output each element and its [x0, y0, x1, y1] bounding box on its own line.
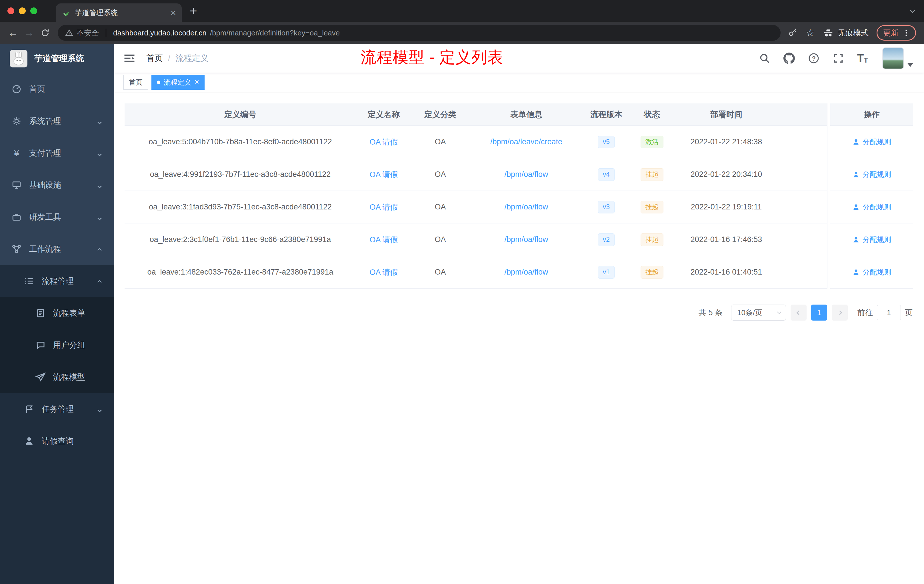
url-path: /bpm/manager/definition?key=oa_leave: [210, 28, 340, 38]
password-key-icon[interactable]: [788, 27, 798, 38]
prev-page-button[interactable]: [790, 305, 807, 320]
avatar[interactable]: [882, 48, 904, 69]
deploy-time: 2022-01-22 19:19:11: [675, 203, 778, 211]
assign-rule-link[interactable]: 分配规则: [852, 170, 891, 179]
tags-view-bar: 首页 流程定义 ×: [114, 73, 924, 92]
assign-rule-link[interactable]: 分配规则: [852, 235, 891, 244]
annotation-title: 流程模型 - 定义列表: [361, 47, 503, 68]
form-link[interactable]: /bpm/oa/flow: [504, 268, 548, 277]
font-size-icon[interactable]: TT: [857, 53, 868, 64]
sidebar-logo[interactable]: 芋道管理系统: [0, 44, 114, 73]
sidebar-item-label: 用户分组: [53, 340, 85, 351]
chevron-up-icon: [98, 244, 101, 254]
reload-icon[interactable]: [37, 25, 53, 41]
url-bar[interactable]: 不安全 dashboard.yudao.iocoder.cn/bpm/manag…: [58, 25, 780, 41]
deploy-time: 2022-01-22 21:48:38: [675, 137, 778, 146]
bookmark-star-icon[interactable]: ☆: [806, 28, 815, 38]
incognito-indicator: 无痕模式: [823, 27, 869, 38]
definition-category: OA: [411, 137, 469, 146]
window-controls: [0, 7, 45, 14]
dashboard-icon: [12, 84, 22, 94]
form-link[interactable]: /bpm/oa/flow: [504, 170, 548, 179]
paper-plane-icon: [35, 372, 46, 382]
not-secure-warning-icon: [65, 29, 73, 37]
definition-name-link[interactable]: OA 请假: [370, 267, 398, 277]
sidebar-item-task-management[interactable]: 任务管理: [0, 393, 114, 425]
definition-name-link[interactable]: OA 请假: [370, 137, 398, 147]
tab-search-chevron-icon[interactable]: [911, 8, 914, 13]
definition-name-link[interactable]: OA 请假: [370, 234, 398, 245]
new-tab-button[interactable]: +: [190, 5, 197, 17]
tab-close-icon[interactable]: ×: [170, 8, 176, 17]
pagination: 共 5 条 10条/页 1 前往 页: [125, 305, 913, 320]
tab-favicon-sprout-icon: [62, 8, 70, 17]
form-link[interactable]: /bpm/oa/flow: [504, 203, 548, 211]
version-tag: v3: [598, 201, 615, 213]
sidebar-item-infrastructure[interactable]: 基础设施: [0, 169, 114, 201]
sidebar-item-leave-query[interactable]: 请假查询: [0, 425, 114, 457]
form-link[interactable]: /bpm/oa/leave/create: [490, 137, 562, 146]
browser-menu-dots-icon[interactable]: [902, 28, 911, 37]
assign-rule-link[interactable]: 分配规则: [852, 267, 891, 277]
tag-process-definition[interactable]: 流程定义 ×: [152, 75, 205, 90]
browser-tab[interactable]: 芋道管理系统 ×: [56, 3, 182, 22]
forward-icon[interactable]: →: [21, 25, 37, 41]
yen-icon: ¥: [12, 148, 22, 158]
sidebar-item-label: 支付管理: [29, 148, 61, 158]
sidebar-item-label: 研发工具: [29, 212, 61, 223]
page-number-button[interactable]: 1: [811, 305, 827, 320]
sidebar-item-payment[interactable]: ¥ 支付管理: [0, 137, 114, 169]
chevron-down-icon: [98, 213, 101, 222]
deploy-time: 2022-01-16 17:46:53: [675, 235, 778, 244]
goto-page-input[interactable]: [877, 305, 901, 320]
fullscreen-icon[interactable]: [833, 53, 844, 64]
chevron-down-icon: [777, 310, 781, 314]
update-button[interactable]: 更新: [876, 25, 916, 41]
monitor-icon: [12, 180, 22, 190]
assign-rule-link[interactable]: 分配规则: [852, 202, 891, 212]
back-icon[interactable]: ←: [5, 25, 21, 41]
sidebar-item-system[interactable]: 系统管理: [0, 105, 114, 137]
chat-bubble-icon: [35, 340, 46, 350]
sidebar-item-workflow[interactable]: 工作流程: [0, 233, 114, 265]
version-tag: v4: [598, 168, 615, 181]
browser-toolbar: ← → 不安全 dashboard.yudao.iocoder.cn/bpm/m…: [0, 22, 924, 44]
definition-category: OA: [411, 235, 469, 244]
deploy-time: 2022-01-16 01:40:51: [675, 268, 778, 277]
search-icon[interactable]: [759, 53, 770, 64]
sidebar-item-process-management[interactable]: 流程管理: [0, 265, 114, 297]
caret-down-icon[interactable]: [908, 63, 913, 67]
definition-category: OA: [411, 203, 469, 211]
assign-rule-link[interactable]: 分配规则: [852, 137, 891, 147]
column-header: 定义名称: [356, 109, 411, 120]
sidebar-item-process-model[interactable]: 流程模型: [0, 361, 114, 393]
sidebar-item-user-group[interactable]: 用户分组: [0, 329, 114, 361]
window-zoom-button[interactable]: [30, 7, 37, 14]
sidebar-item-process-form[interactable]: 流程表单: [0, 297, 114, 329]
status-badge: 挂起: [640, 233, 663, 246]
help-question-icon[interactable]: ?: [808, 53, 819, 64]
toolbar-right: ☆ 无痕模式 更新: [785, 25, 919, 41]
column-header: 状态: [629, 109, 675, 120]
definition-name-link[interactable]: OA 请假: [370, 170, 398, 180]
window-minimize-button[interactable]: [19, 7, 26, 14]
breadcrumb-home[interactable]: 首页: [146, 53, 163, 64]
sidebar-item-home[interactable]: 首页: [0, 73, 114, 105]
window-close-button[interactable]: [7, 7, 14, 14]
hamburger-icon[interactable]: [114, 52, 145, 64]
user-menu[interactable]: [882, 48, 913, 69]
tag-home[interactable]: 首页: [124, 75, 148, 90]
sidebar-item-label: 流程管理: [42, 276, 74, 287]
next-page-button[interactable]: [832, 305, 848, 320]
fixed-column-gap: [827, 104, 830, 289]
form-link[interactable]: /bpm/oa/flow: [504, 235, 548, 244]
definition-name-link[interactable]: OA 请假: [370, 202, 398, 212]
page-size-select[interactable]: 10条/页: [731, 305, 786, 320]
github-icon[interactable]: [784, 53, 795, 64]
definition-id: oa_leave:1:482ec033-762a-11ec-8477-a2380…: [125, 268, 356, 277]
tag-close-icon[interactable]: ×: [195, 78, 199, 86]
url-separator: [106, 28, 106, 37]
sidebar-item-dev-tools[interactable]: 研发工具: [0, 201, 114, 233]
workflow-icon: [12, 244, 22, 254]
chevron-up-icon: [98, 277, 101, 286]
